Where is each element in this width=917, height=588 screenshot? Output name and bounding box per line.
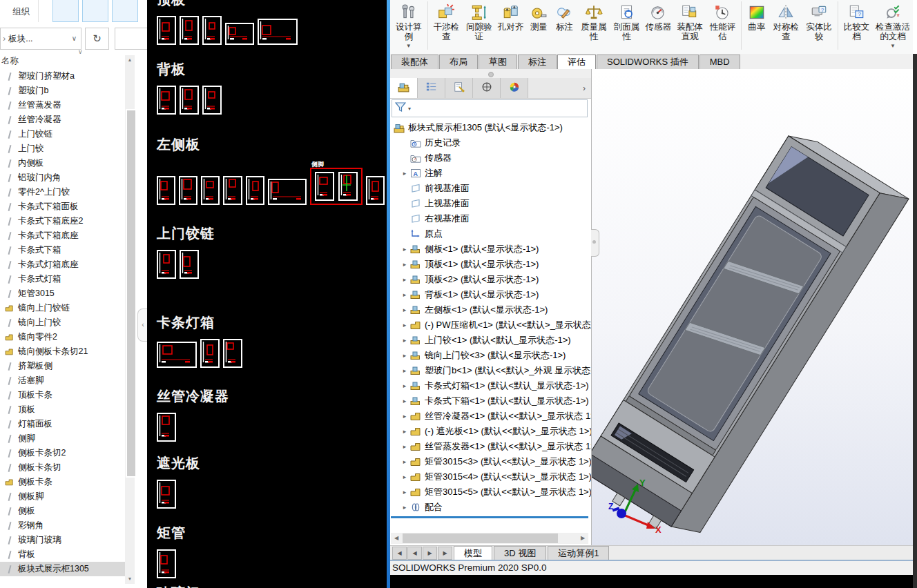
view-tab-3[interactable]: 运动算例1	[548, 546, 609, 560]
list-item-29[interactable]: 侧板卡条	[0, 475, 125, 489]
list-item-11[interactable]: 卡条式下箱底座2	[0, 214, 125, 228]
expand-arrow-icon[interactable]: ▸	[400, 276, 409, 283]
list-item-5[interactable]: 上门铰链	[0, 127, 125, 141]
block-thumbnail[interactable]	[223, 339, 242, 368]
tree-item-12[interactable]: ▸ 左侧板<1> (默认<显示状态-1>)	[390, 302, 591, 317]
block-category-dropdown[interactable]: ›板块... ∨	[0, 28, 81, 50]
sensor-button[interactable]: 传感器	[644, 0, 673, 32]
block-thumbnail[interactable]	[157, 16, 176, 45]
view-tab-2[interactable]: 3D 视图	[494, 546, 546, 560]
expand-arrow-icon[interactable]: ▸	[400, 443, 409, 450]
block-thumbnail[interactable]	[157, 549, 176, 578]
scroll-right-icon[interactable]: ▶	[577, 533, 588, 544]
scroll-down-icon[interactable]: ▼	[125, 574, 135, 584]
mass-properties-button[interactable]: 质量属性	[578, 0, 610, 41]
selected-block-group[interactable]: 侧脚	[310, 168, 363, 205]
tree-item-15[interactable]: ▸ 镜向上门铰<3> (默认<显示状态-1>)	[390, 348, 591, 363]
tree-item-13[interactable]: ▸ (-) PW压缩机<1> (默认<<默认>_显示状态 1>)	[390, 317, 591, 333]
expand-arrow-icon[interactable]: ▸	[400, 398, 409, 404]
assembly-visualize-button[interactable]: 装配体直观	[674, 0, 706, 41]
panel-collapse-handle[interactable]: ‹	[137, 308, 148, 342]
tree-item-23[interactable]: ▸ 矩管3015<4> (默认<<默认>_显示状态 1>)	[390, 469, 591, 484]
list-item-4[interactable]: 丝管冷凝器	[0, 112, 125, 127]
list-item-35[interactable]: 板块式展示柜1305	[0, 562, 125, 576]
block-thumbnail[interactable]	[180, 86, 199, 115]
tree-item-9[interactable]: ▸ 顶板<1> (默认<显示状态-1>)	[390, 257, 591, 272]
expand-arrow-icon[interactable]: ▸	[400, 306, 409, 313]
list-item-16[interactable]: 矩管3015	[0, 286, 125, 301]
tree-item-25[interactable]: ▸ 配合	[390, 500, 591, 515]
check-active-document-button[interactable]: *检查激活的文档▼	[873, 0, 912, 49]
tree-item-24[interactable]: ▸ 矩管3015<5> (默认<<默认>_显示状态 1>)	[390, 484, 591, 500]
list-item-3[interactable]: 丝管蒸发器	[0, 98, 125, 112]
tree-item-8[interactable]: ▸ 侧板<1> (默认<显示状态-1>)	[390, 242, 591, 257]
block-thumbnail[interactable]	[223, 176, 242, 205]
list-item-20[interactable]: 镜向侧板卡条切21	[0, 344, 125, 359]
tab-装配体[interactable]: 装配体	[391, 55, 438, 69]
toolbar-button-3[interactable]	[112, 0, 138, 22]
list-item-15[interactable]: 卡条式灯箱	[0, 272, 125, 286]
fm-tabs-overflow-icon[interactable]: ›	[583, 84, 591, 93]
block-thumbnail[interactable]	[179, 176, 197, 205]
symmetry-check-button[interactable]: 对称检查	[771, 0, 802, 41]
block-thumbnail[interactable]	[157, 86, 176, 115]
tree-item-1[interactable]: 历史记录	[390, 135, 591, 150]
tree-item-19[interactable]: ▸ 丝管冷凝器<1> (默认<<默认>_显示状态 1>)	[390, 409, 591, 424]
tab-MBD[interactable]: MBD	[699, 55, 740, 69]
list-item-13[interactable]: 卡条式下箱	[0, 243, 125, 257]
expand-arrow-icon[interactable]: ▸	[400, 352, 409, 359]
tree-item-4[interactable]: 前视基准面	[390, 181, 591, 196]
toolbar-button-1[interactable]	[52, 0, 79, 22]
list-item-23[interactable]: 顶板卡条	[0, 388, 125, 402]
fm-tab-1[interactable]	[390, 78, 418, 98]
list-item-31[interactable]: 侧板	[0, 504, 125, 518]
scrollbar-thumb[interactable]	[126, 109, 137, 478]
fm-tab-2[interactable]	[418, 78, 445, 98]
block-thumbnail[interactable]	[268, 179, 307, 205]
clearance-verify-button[interactable]: 间隙验证	[463, 0, 495, 41]
expand-arrow-icon[interactable]: ▸	[400, 246, 409, 253]
list-item-25[interactable]: 灯箱面板	[0, 417, 125, 431]
list-item-21[interactable]: 挤塑板侧	[0, 359, 125, 373]
block-thumbnail[interactable]	[315, 172, 334, 201]
compare-entities-button[interactable]: ?实体比较	[803, 0, 835, 41]
block-thumbnail[interactable]	[157, 342, 197, 368]
viewport-splitter-handle[interactable]	[591, 229, 599, 257]
tree-item-3[interactable]: ▸ A 注解	[390, 166, 591, 181]
tree-item-14[interactable]: ▸ 上门铰<1> (默认<默认_显示状态-1>)	[390, 333, 591, 348]
expand-arrow-icon[interactable]: ▸	[400, 170, 409, 177]
tree-item-5[interactable]: 上视基准面	[390, 196, 591, 211]
fm-tab-4[interactable]	[473, 78, 501, 98]
tree-item-16[interactable]: ▸ 塑玻门b<1> (默认<<默认>_外观 显示状态-1>)	[390, 363, 591, 378]
list-item-19[interactable]: 镜向零件2	[0, 330, 125, 344]
tab-SOLIDWORKS 插件[interactable]: SOLIDWORKS 插件	[597, 55, 699, 69]
block-thumbnail[interactable]	[157, 413, 176, 442]
fm-tab-3[interactable]	[445, 78, 473, 98]
organize-button[interactable]: 组织	[12, 6, 30, 18]
curvature-button[interactable]: 曲率	[744, 0, 769, 32]
block-thumbnail[interactable]	[180, 16, 199, 45]
list-item-14[interactable]: 卡条式灯箱底座	[0, 257, 125, 272]
panel-splitter-horizontal[interactable]	[390, 69, 591, 79]
expand-arrow-icon[interactable]: ▸	[400, 428, 409, 435]
tab-评估[interactable]: 评估	[557, 55, 596, 69]
tree-item-22[interactable]: ▸ 矩管3015<3> (默认<<默认>_显示状态 1>)	[390, 454, 591, 469]
list-item-12[interactable]: 卡条式下箱底座	[0, 228, 125, 243]
list-item-18[interactable]: 镜向上门铰	[0, 315, 125, 330]
performance-evaluate-button[interactable]: 性能评估	[707, 0, 739, 41]
list-item-8[interactable]: 铝玻门内角	[0, 170, 125, 185]
list-item-7[interactable]: 内侧板	[0, 156, 125, 170]
block-thumbnail[interactable]	[338, 172, 358, 201]
list-scrollbar[interactable]: ▲ ▼	[125, 55, 135, 584]
list-item-22[interactable]: 活塞脚	[0, 373, 125, 388]
block-thumbnail[interactable]	[157, 176, 175, 205]
nav-prev-button[interactable]: ◀	[407, 547, 422, 560]
tree-item-11[interactable]: ▸ 背板<1> (默认<显示状态-1>)	[390, 287, 591, 302]
block-thumbnail[interactable]	[202, 86, 222, 115]
cabinet-3d-model[interactable]	[592, 69, 913, 545]
view-tab-1[interactable]: 模型	[454, 546, 492, 560]
tree-horizontal-scrollbar[interactable]: ◀ ▶	[391, 533, 588, 544]
tree-item-7[interactable]: 原点	[390, 226, 591, 242]
markup-button[interactable]: 标注	[552, 0, 577, 32]
list-item-9[interactable]: 零件2^上门铰	[0, 185, 125, 199]
